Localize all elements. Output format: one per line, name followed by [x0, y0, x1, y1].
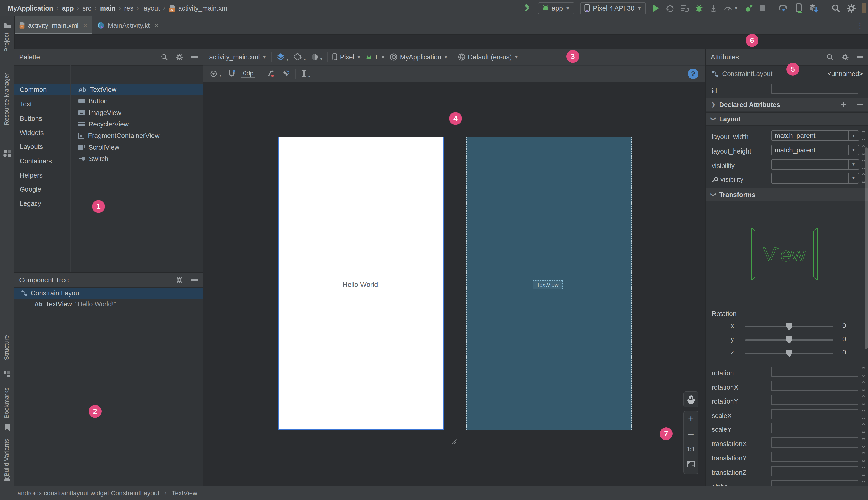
project-folder-icon[interactable] — [3, 22, 11, 29]
layout-height-combo[interactable]: match_parent ▼ — [771, 145, 859, 155]
scalex-input[interactable] — [771, 409, 858, 419]
attributes-gear-icon[interactable] — [842, 53, 849, 61]
pan-button[interactable] — [683, 391, 698, 407]
search-everywhere-icon[interactable] — [831, 4, 841, 13]
attributes-minimize-icon[interactable] — [857, 56, 864, 58]
resource-manager-icon[interactable] — [3, 149, 11, 157]
infer-constraints-button[interactable] — [281, 69, 290, 78]
rotationx-input[interactable] — [771, 381, 858, 391]
api-version-select[interactable]: T ▼ — [366, 53, 386, 61]
palette-category-text[interactable]: Text — [14, 99, 70, 110]
attach-debugger-icon[interactable] — [709, 4, 718, 13]
settings-gear-icon[interactable] — [846, 3, 856, 13]
tool-strip-build-variants[interactable]: Build Variants — [3, 439, 10, 477]
debug-button[interactable] — [695, 4, 704, 13]
tree-node-textview[interactable]: Ab TextView "Hello World!" — [14, 298, 203, 309]
zoom-to-fit-button[interactable] — [684, 457, 698, 472]
status-component-child[interactable]: TextView — [172, 489, 197, 497]
structure-icon[interactable] — [3, 371, 11, 378]
rotationy-pill[interactable] — [861, 395, 865, 405]
palette-category-layouts[interactable]: Layouts — [14, 141, 70, 152]
theme-select[interactable]: MyApplication ▼ — [390, 53, 448, 61]
translationz-pill[interactable] — [861, 467, 865, 476]
palette-category-containers[interactable]: Containers — [14, 156, 70, 167]
layout-width-resource-pill[interactable] — [861, 131, 865, 140]
run-button[interactable] — [652, 4, 660, 13]
palette-item-fragmentcontainerview[interactable]: FragmentContainerView — [71, 130, 203, 141]
breadcrumb-app[interactable]: app — [62, 4, 74, 12]
clear-constraints-button[interactable] — [267, 69, 275, 78]
device-select[interactable]: Pixel 4 API 30 ▼ — [580, 2, 646, 14]
scaley-pill[interactable] — [861, 423, 865, 433]
component-tree-gear-icon[interactable] — [176, 276, 183, 284]
declared-attributes-section[interactable]: ❯ Declared Attributes — [706, 98, 868, 111]
build-hammer-icon[interactable] — [523, 4, 532, 13]
palette-item-imageview[interactable]: ImageView — [71, 107, 203, 118]
palette-category-legacy[interactable]: Legacy — [14, 198, 70, 209]
palette-item-textview[interactable]: Ab TextView — [71, 84, 203, 95]
profiler-button[interactable]: ▼ — [724, 4, 738, 13]
breadcrumb-main[interactable]: main — [100, 4, 115, 12]
run-configuration-select[interactable]: app ▼ — [538, 2, 574, 14]
view-options-select[interactable]: ▼ — [209, 70, 222, 77]
tools-visibility-combo[interactable]: ▼ — [771, 173, 859, 183]
palette-item-button[interactable]: Button — [71, 95, 203, 106]
id-input[interactable] — [771, 84, 858, 94]
zoom-out-button[interactable]: − — [684, 427, 698, 442]
profile-avatar-partial[interactable] — [862, 3, 866, 13]
palette-category-google[interactable]: Google — [14, 184, 70, 195]
add-attribute-icon[interactable] — [841, 102, 847, 108]
tool-strip-bookmarks[interactable]: Bookmarks — [3, 387, 10, 418]
resize-handle-icon[interactable] — [450, 438, 457, 444]
rotationx-pill[interactable] — [861, 381, 865, 391]
palette-settings-gear-icon[interactable] — [176, 53, 183, 61]
rotation-input[interactable] — [771, 367, 858, 377]
layout-width-combo[interactable]: match_parent ▼ — [771, 130, 859, 141]
zoom-in-button[interactable]: + — [684, 411, 698, 427]
night-mode-select[interactable]: ▼ — [311, 53, 323, 61]
status-component-path[interactable]: androidx.constraintlayout.widget.Constra… — [18, 489, 159, 497]
bookmark-icon[interactable] — [4, 423, 11, 431]
transform-view-preview[interactable]: View — [751, 227, 818, 281]
alpha-pill[interactable] — [861, 481, 865, 486]
apply-changes-icon[interactable] — [665, 4, 674, 13]
palette-category-common[interactable]: Common — [14, 84, 70, 95]
transforms-section[interactable]: ❯ Transforms — [706, 188, 868, 202]
rotation-x-slider[interactable] — [745, 326, 833, 328]
help-button[interactable]: ? — [688, 69, 698, 79]
breadcrumb-res[interactable]: res — [124, 4, 133, 12]
tool-strip-project[interactable]: Project — [3, 33, 10, 52]
palette-minimize-icon[interactable] — [191, 56, 198, 58]
palette-item-recyclerview[interactable]: RecyclerView — [71, 119, 203, 130]
rotation-y-slider[interactable] — [745, 339, 833, 341]
close-icon[interactable]: × — [83, 22, 87, 29]
palette-item-scrollview[interactable]: ScrollView — [71, 142, 203, 153]
palette-search-icon[interactable] — [161, 53, 168, 61]
translationx-input[interactable] — [771, 438, 858, 447]
profile-debuggable-icon[interactable] — [744, 4, 753, 13]
slider-thumb[interactable] — [786, 350, 792, 357]
tab-mainactivity-kt[interactable]: MainActivity.kt × — [92, 16, 163, 34]
translationy-input[interactable] — [771, 452, 858, 462]
gradle-sync-icon[interactable] — [778, 4, 788, 13]
tree-node-constraintlayout[interactable]: ConstraintLayout — [14, 287, 203, 298]
attributes-scrollbar[interactable] — [865, 147, 868, 349]
blueprint-preview-phone[interactable]: TextView — [466, 137, 632, 430]
sdk-manager-icon[interactable] — [809, 3, 819, 13]
rotation-z-slider[interactable] — [745, 353, 833, 354]
tab-options-kebab-icon[interactable]: ⋮ — [856, 21, 864, 30]
close-icon[interactable]: × — [154, 22, 158, 29]
palette-category-helpers[interactable]: Helpers — [14, 170, 70, 181]
visibility-combo[interactable]: ▼ — [771, 159, 859, 170]
design-preview-phone[interactable]: Hello World! — [278, 137, 444, 430]
device-manager-icon[interactable] — [794, 3, 803, 13]
tool-strip-structure[interactable]: Structure — [3, 335, 10, 360]
palette-category-buttons[interactable]: Buttons — [14, 113, 70, 124]
rotationy-input[interactable] — [771, 395, 858, 405]
tool-strip-resource-manager[interactable]: Resource Manager — [3, 73, 10, 126]
file-variant-select[interactable]: activity_main.xml ▼ — [209, 53, 267, 61]
alpha-input[interactable] — [771, 480, 858, 486]
design-surface[interactable]: Hello World! TextView + − 1:1 — [203, 82, 705, 486]
palette-item-switch[interactable]: Switch — [71, 153, 203, 164]
layout-section[interactable]: ❯ Layout — [706, 112, 868, 126]
